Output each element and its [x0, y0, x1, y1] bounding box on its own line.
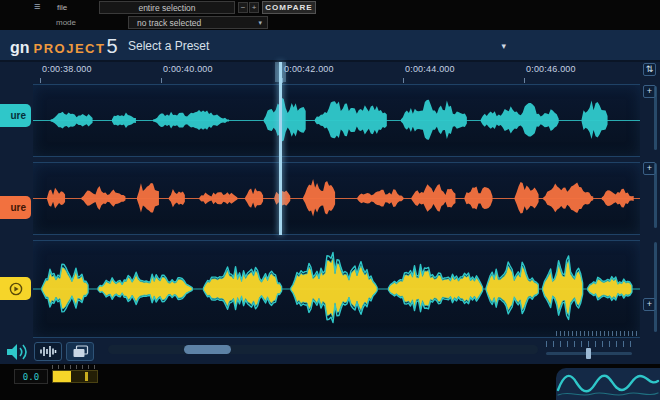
- track-3-waveform: [33, 241, 640, 337]
- level-fader-fill: [53, 371, 71, 382]
- waveform-view-button[interactable]: [34, 342, 62, 361]
- tick-mark: [524, 78, 525, 83]
- level-fader[interactable]: [52, 370, 98, 383]
- waveform-icon: [39, 345, 57, 358]
- horizontal-scrollbar[interactable]: [108, 345, 538, 354]
- horizontal-scrollbar-thumb[interactable]: [184, 345, 231, 354]
- time-tick-label: 0:00:46.000: [526, 64, 576, 74]
- preset-value: Select a Preset: [128, 39, 209, 53]
- nudge-minus-button[interactable]: −: [238, 2, 248, 13]
- header-bar: gnPROJECT5 Select a Preset ▾: [0, 30, 660, 62]
- zoom-slider[interactable]: [546, 340, 632, 360]
- zoom-slider-ticks: [546, 341, 632, 347]
- track-1-vscrollbar[interactable]: [654, 86, 657, 150]
- track-2-waveform-panel[interactable]: [33, 162, 640, 235]
- offset-readout[interactable]: 0.0: [14, 369, 48, 384]
- speaker-icon[interactable]: [6, 342, 30, 362]
- track-3-vscrollbar[interactable]: [654, 242, 657, 332]
- track-3-waveform-panel[interactable]: [33, 240, 640, 338]
- time-tick-label: 0:00:38.000: [42, 64, 92, 74]
- folder-icon: [72, 345, 89, 358]
- track-1-waveform: [33, 85, 640, 156]
- level-fader-mark: [85, 372, 88, 381]
- time-tick-label: 0:00:42.000: [284, 64, 334, 74]
- track-2-vscrollbar[interactable]: [654, 163, 657, 228]
- file-label: file: [57, 3, 67, 12]
- track-2-tab[interactable]: ure: [0, 196, 31, 219]
- track-1-waveform-panel[interactable]: [33, 84, 640, 157]
- compare-button[interactable]: COMPARE: [262, 1, 316, 14]
- play-icon: [9, 282, 23, 296]
- track-dropdown[interactable]: no track selected ▾: [128, 16, 268, 29]
- nudge-plus-button[interactable]: +: [249, 2, 259, 13]
- selection-dropdown-value: entire selection: [138, 3, 195, 13]
- zoom-slider-thumb[interactable]: [586, 348, 591, 359]
- tick-mark: [40, 78, 41, 83]
- file-browser-button[interactable]: [66, 342, 94, 361]
- time-tick-label: 0:00:44.000: [405, 64, 455, 74]
- track-1-tab[interactable]: ure: [0, 104, 31, 127]
- brand-waveform-panel: [556, 368, 660, 400]
- track-3-tab[interactable]: [0, 277, 31, 300]
- tick-mark: [403, 78, 404, 83]
- track-2-waveform: [33, 163, 640, 234]
- mode-label: mode: [56, 18, 76, 27]
- track-3-zoom-ticks: [556, 331, 638, 336]
- fader-ticks: [52, 365, 98, 369]
- logo-prefix: gn: [10, 39, 30, 56]
- app-logo: gnPROJECT5: [10, 35, 118, 58]
- track-dropdown-value: no track selected: [137, 18, 201, 28]
- vocalign-window: ≡ file entire selection − + COMPARE mode…: [0, 0, 660, 400]
- timeline-ruler[interactable]: 0:00:38.000 0:00:40.000 0:00:42.000 0:00…: [0, 62, 660, 83]
- logo-project: PROJECT: [34, 41, 106, 56]
- chevron-down-icon: ▾: [501, 41, 506, 51]
- playhead[interactable]: [279, 62, 282, 235]
- chevron-down-icon: ▾: [258, 19, 262, 27]
- menu-icon[interactable]: ≡: [34, 0, 40, 12]
- track-1-tab-label: ure: [10, 110, 26, 121]
- brand-waveform-icon: [556, 368, 660, 400]
- tick-mark: [161, 78, 162, 83]
- logo-number: 5: [106, 35, 117, 57]
- top-toolbar: ≡ file entire selection − + COMPARE mode…: [0, 0, 660, 30]
- preset-dropdown[interactable]: Select a Preset ▾: [128, 30, 514, 62]
- track-2-tab-label: ure: [10, 202, 26, 213]
- scroll-sync-button[interactable]: ⇅: [643, 63, 656, 76]
- selection-dropdown[interactable]: entire selection: [99, 1, 235, 14]
- time-tick-label: 0:00:40.000: [163, 64, 213, 74]
